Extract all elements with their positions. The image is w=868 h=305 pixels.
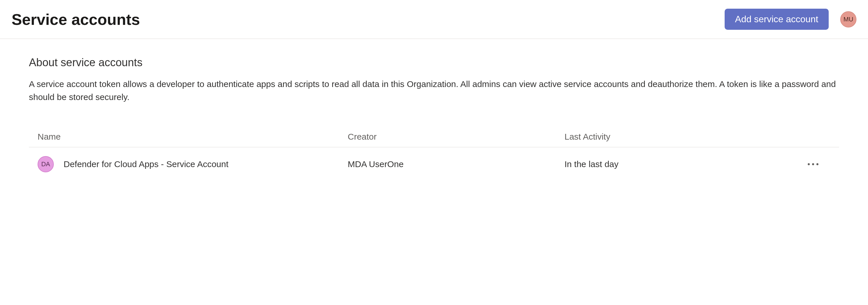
svg-point-0 (808, 163, 810, 165)
table-header-row: Name Creator Last Activity (29, 127, 839, 147)
column-header-name[interactable]: Name (38, 132, 348, 142)
column-header-last-activity[interactable]: Last Activity (564, 132, 796, 142)
service-accounts-table: Name Creator Last Activity DA Defender f… (29, 127, 839, 181)
svg-point-1 (812, 163, 814, 165)
page-title: Service accounts (11, 10, 140, 28)
more-horizontal-icon (807, 162, 819, 166)
row-name: Defender for Cloud Apps - Service Accoun… (64, 159, 348, 169)
row-last-activity: In the last day (564, 159, 796, 169)
row-more-actions-button[interactable] (796, 160, 830, 169)
svg-point-2 (816, 163, 818, 165)
table-row[interactable]: DA Defender for Cloud Apps - Service Acc… (29, 147, 839, 181)
page-header: Service accounts Add service account MU (0, 0, 868, 39)
row-avatar: DA (38, 156, 54, 172)
about-heading: About service accounts (29, 56, 839, 69)
row-creator: MDA UserOne (348, 159, 564, 169)
about-description: A service account token allows a develop… (29, 78, 838, 103)
user-avatar[interactable]: MU (840, 11, 857, 27)
column-header-creator[interactable]: Creator (348, 132, 564, 142)
header-actions: Add service account MU (725, 9, 857, 30)
main-content: About service accounts A service account… (0, 39, 868, 181)
add-service-account-button[interactable]: Add service account (725, 9, 829, 30)
